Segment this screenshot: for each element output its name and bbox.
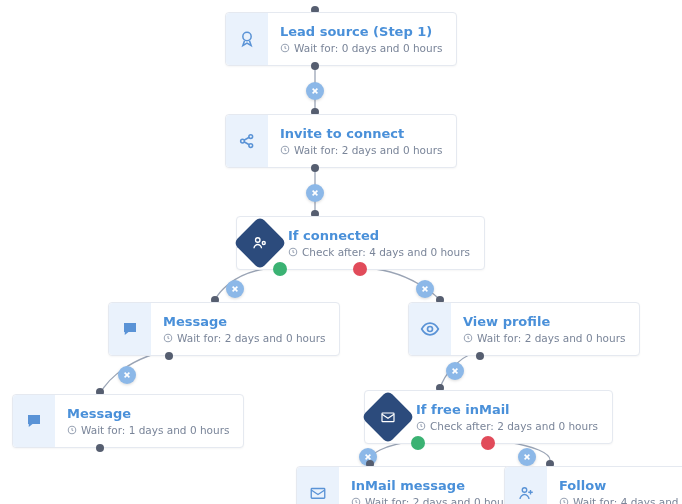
chat-icon	[13, 395, 55, 447]
node-title: If connected	[288, 228, 470, 244]
node-title: View profile	[463, 314, 625, 330]
badge-icon	[226, 13, 268, 65]
node-message-2[interactable]: Message Wait for: 1 days and 0 hours	[12, 394, 244, 448]
branch-yes-icon	[273, 262, 287, 276]
svg-point-11	[428, 327, 433, 332]
svg-point-0	[243, 32, 251, 40]
node-subtitle: Wait for: 2 days and 0 hours	[163, 332, 325, 344]
follow-icon	[505, 467, 547, 504]
branch-no-icon	[481, 436, 495, 450]
remove-edge-button[interactable]	[518, 448, 536, 466]
remove-edge-button[interactable]	[359, 448, 377, 466]
remove-edge-button[interactable]	[226, 280, 244, 298]
node-title: Follow	[559, 478, 682, 494]
branch-no-icon	[353, 262, 367, 276]
svg-point-7	[262, 242, 265, 245]
node-subtitle: Wait for: 4 days and 0 hours	[559, 496, 682, 504]
node-subtitle: Wait for: 2 days and 0 hours	[280, 144, 442, 156]
node-inmail-message[interactable]: InMail message Wait for: 2 days and 0 ho…	[296, 466, 528, 504]
node-title: InMail message	[351, 478, 513, 494]
node-title: If free inMail	[416, 402, 598, 418]
remove-edge-button[interactable]	[446, 362, 464, 380]
branch-yes-icon	[411, 436, 425, 450]
chat-icon	[109, 303, 151, 355]
remove-edge-button[interactable]	[306, 184, 324, 202]
node-subtitle: Wait for: 2 days and 0 hours	[463, 332, 625, 344]
remove-edge-button[interactable]	[306, 82, 324, 100]
mail-icon	[297, 467, 339, 504]
node-title: Lead source (Step 1)	[280, 24, 442, 40]
node-lead-source[interactable]: Lead source (Step 1) Wait for: 0 days an…	[225, 12, 457, 66]
node-invite-to-connect[interactable]: Invite to connect Wait for: 2 days and 0…	[225, 114, 457, 168]
remove-edge-button[interactable]	[118, 366, 136, 384]
node-message-1[interactable]: Message Wait for: 2 days and 0 hours	[108, 302, 340, 356]
node-subtitle: Wait for: 0 days and 0 hours	[280, 42, 442, 54]
share-icon	[226, 115, 268, 167]
node-view-profile[interactable]: View profile Wait for: 2 days and 0 hour…	[408, 302, 640, 356]
node-title: Message	[67, 406, 229, 422]
remove-edge-button[interactable]	[416, 280, 434, 298]
svg-point-17	[522, 488, 527, 493]
svg-rect-13	[382, 413, 394, 422]
node-title: Invite to connect	[280, 126, 442, 142]
node-subtitle: Check after: 4 days and 0 hours	[288, 246, 470, 258]
svg-rect-15	[311, 489, 325, 499]
node-title: Message	[163, 314, 325, 330]
node-subtitle: Wait for: 2 days and 0 hours	[351, 496, 513, 504]
node-follow[interactable]: Follow Wait for: 4 days and 0 hours	[504, 466, 682, 504]
eye-icon	[409, 303, 451, 355]
node-subtitle: Wait for: 1 days and 0 hours	[67, 424, 229, 436]
node-subtitle: Check after: 2 days and 0 hours	[416, 420, 598, 432]
svg-point-6	[256, 238, 261, 243]
